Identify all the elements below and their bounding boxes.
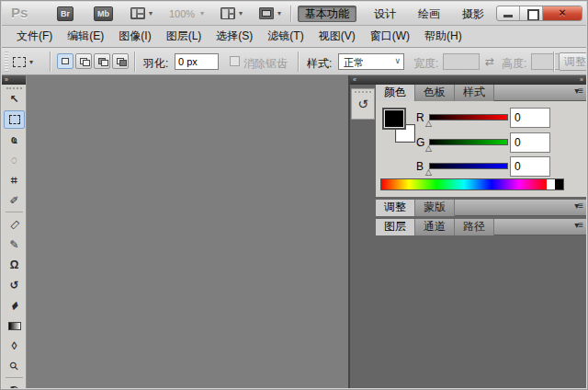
blur-tool[interactable]: ◊ (4, 337, 25, 355)
view-extras-dropdown-icon[interactable]: ▾ (149, 9, 153, 17)
screen-mode-icon[interactable] (259, 7, 274, 19)
menu-layer[interactable]: 图层(L) (159, 26, 209, 47)
feather-input[interactable] (175, 53, 219, 70)
menu-edit[interactable]: 编辑(E) (60, 26, 111, 47)
menu-select[interactable]: 选择(S) (209, 26, 260, 47)
spectrum-gradient[interactable] (381, 179, 547, 189)
eraser-tool[interactable]: ▰ (4, 296, 25, 315)
workspace-essentials-button[interactable]: 基本功能 (298, 6, 356, 22)
tool-preset-picker[interactable]: ▾ (13, 53, 44, 70)
add-to-selection-button[interactable] (75, 53, 92, 69)
photoshop-logo: Ps (11, 5, 28, 20)
tab-channels[interactable]: 通道 (415, 219, 455, 235)
dodge-tool[interactable]: ⚲ (4, 357, 25, 375)
view-extras-icon[interactable] (130, 7, 145, 19)
workspace-photography-button[interactable]: 摄影 (456, 6, 491, 22)
menu-filter[interactable]: 滤镜(T) (260, 26, 311, 47)
blue-slider-label: B (416, 160, 424, 173)
tab-adjustments[interactable]: 调整 (376, 200, 415, 216)
launch-bridge-button[interactable]: Br (57, 6, 74, 21)
menu-image[interactable]: 图像(I) (111, 26, 158, 47)
zoom-level[interactable]: 100% (169, 8, 195, 19)
swap-dimensions-icon[interactable]: ⇄ (485, 55, 494, 68)
green-value-input[interactable] (510, 132, 550, 153)
options-separator (298, 52, 299, 72)
history-brush-tool[interactable]: ↺ (4, 276, 25, 294)
style-label: 样式: (307, 56, 332, 72)
color-spectrum-ramp[interactable] (380, 178, 564, 190)
color-panel-tabbar: 颜色 色板 样式 ▾≡ (376, 85, 586, 101)
gradient-tool[interactable] (4, 316, 25, 335)
expand-dock-icon: » (5, 76, 8, 83)
tab-masks[interactable]: 蒙版 (415, 200, 455, 216)
spectrum-black-cell[interactable] (555, 179, 563, 189)
panel-dock-header[interactable]: » (376, 75, 586, 85)
healing-brush-tool[interactable]: ▭ (4, 215, 25, 234)
menu-file[interactable]: 文件(F) (9, 26, 60, 47)
quick-selection-tool[interactable]: ◌ (4, 151, 25, 169)
arrange-documents-dropdown-icon[interactable]: ▾ (239, 9, 243, 17)
menu-window[interactable]: 窗口(W) (363, 26, 417, 47)
green-slider-marker[interactable]: △ (425, 143, 432, 153)
brush-tool[interactable]: ✎ (4, 235, 25, 254)
screen-mode-dropdown-icon[interactable]: ▾ (277, 9, 281, 17)
tab-swatches[interactable]: 色板 (415, 85, 455, 101)
tab-layers[interactable]: 图层 (376, 219, 415, 235)
width-input (443, 53, 480, 70)
foreground-color-swatch[interactable] (382, 108, 406, 130)
menu-view[interactable]: 视图(V) (311, 26, 363, 47)
antialias-checkbox[interactable] (230, 56, 240, 66)
tools-palette-header[interactable]: » (2, 75, 26, 85)
spectrum-white-cell[interactable] (547, 179, 555, 189)
minimize-button[interactable] (497, 6, 520, 20)
close-icon: × (543, 6, 582, 19)
blue-value-input[interactable] (510, 156, 550, 177)
arrange-documents-icon[interactable] (220, 7, 235, 19)
close-button[interactable]: × (543, 6, 582, 20)
maximize-button[interactable] (520, 6, 543, 20)
red-slider-label: R (416, 111, 424, 124)
eyedropper-tool[interactable]: ✐ (4, 191, 25, 210)
options-bar: ▾ 羽化: 消除锯齿 样式: 正常 ∨ 宽度: ⇄ 高度: 调整边缘 (2, 48, 586, 75)
pen-tool[interactable]: ✒ (4, 379, 25, 390)
collapsed-dock-header[interactable]: « (350, 75, 376, 85)
blue-slider-marker[interactable]: △ (425, 167, 432, 177)
menu-help[interactable]: 帮助(H) (417, 26, 469, 47)
lasso-tool[interactable]: ҩ (4, 131, 25, 149)
panel-grip (355, 91, 371, 93)
canvas-area[interactable] (27, 75, 348, 388)
red-value-input[interactable] (510, 108, 550, 128)
move-tool[interactable]: ↖ (4, 90, 25, 109)
crop-tool[interactable]: ⌗ (4, 171, 25, 189)
history-panel-icon: ↺ (352, 97, 374, 111)
blue-slider[interactable] (429, 163, 508, 169)
tools-palette-grip[interactable] (6, 87, 22, 89)
zoom-level-dropdown-icon[interactable]: ▾ (200, 9, 204, 17)
tools-palette: » ↖ ҩ ◌ ⌗ ✐ ▭ ✎ Ω ↺ ▰ ◊ ⚲ ✒ (2, 75, 27, 388)
clone-stamp-tool[interactable]: Ω (4, 256, 25, 274)
adjustments-panel-menu-icon[interactable]: ▾≡ (574, 201, 582, 211)
style-select[interactable]: 正常 ∨ (338, 53, 404, 70)
tab-paths[interactable]: 路径 (455, 219, 494, 235)
options-bar-grip[interactable] (5, 52, 8, 72)
color-panel-menu-icon[interactable]: ▾≡ (574, 86, 582, 96)
subtract-from-selection-button[interactable] (94, 53, 110, 69)
workspace-design-button[interactable]: 设计 (368, 6, 402, 22)
width-label: 宽度: (413, 56, 438, 72)
red-slider-marker[interactable]: △ (425, 119, 432, 128)
red-slider[interactable] (429, 114, 508, 120)
marquee-tool-icon (9, 115, 20, 124)
launch-mini-bridge-button[interactable]: Mb (94, 6, 113, 21)
intersect-selection-button[interactable] (112, 53, 129, 69)
history-panel-button[interactable]: ↺ (351, 88, 375, 120)
layers-panel-menu-icon[interactable]: ▾≡ (574, 220, 582, 230)
tab-styles[interactable]: 样式 (455, 85, 494, 101)
feather-label: 羽化: (143, 56, 168, 72)
tab-color[interactable]: 颜色 (376, 85, 415, 101)
green-slider[interactable] (429, 139, 508, 145)
style-select-value: 正常 (344, 56, 364, 70)
rectangular-marquee-tool[interactable] (4, 110, 25, 129)
titlebar[interactable]: Ps Br Mb ▾ 100% ▾ ▾ ▾ 基本功能 设计 绘画 摄影 » × (2, 2, 586, 26)
workspace-painting-button[interactable]: 绘画 (412, 6, 447, 22)
new-selection-button[interactable] (57, 53, 74, 69)
